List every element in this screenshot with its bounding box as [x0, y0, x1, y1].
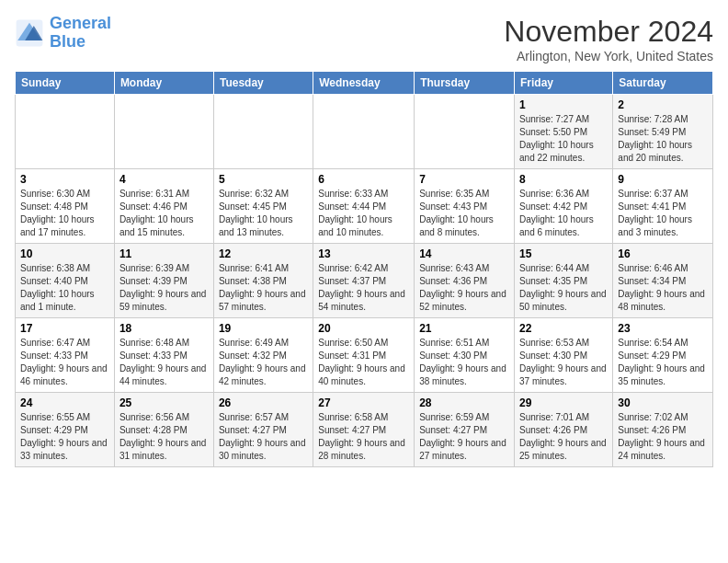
calendar-cell: 11Sunrise: 6:39 AM Sunset: 4:39 PM Dayli… — [114, 244, 213, 318]
day-number: 12 — [219, 247, 308, 260]
day-info: Sunrise: 6:30 AM Sunset: 4:48 PM Dayligh… — [20, 188, 109, 239]
calendar-table: SundayMondayTuesdayWednesdayThursdayFrid… — [15, 71, 713, 467]
day-info: Sunrise: 6:58 AM Sunset: 4:27 PM Dayligh… — [318, 411, 409, 463]
calendar-cell — [16, 95, 115, 169]
logo-icon — [15, 18, 44, 48]
day-info: Sunrise: 6:39 AM Sunset: 4:39 PM Dayligh… — [119, 262, 209, 314]
calendar-cell — [415, 95, 515, 169]
header-cell: Saturday — [613, 72, 713, 95]
day-info: Sunrise: 6:57 AM Sunset: 4:27 PM Dayligh… — [219, 411, 308, 463]
day-number: 26 — [219, 396, 308, 409]
day-number: 3 — [20, 173, 109, 186]
calendar-cell — [313, 95, 415, 169]
calendar-cell: 27Sunrise: 6:58 AM Sunset: 4:27 PM Dayli… — [313, 393, 415, 467]
calendar-cell: 20Sunrise: 6:50 AM Sunset: 4:31 PM Dayli… — [313, 318, 415, 393]
day-info: Sunrise: 6:54 AM Sunset: 4:29 PM Dayligh… — [618, 337, 708, 388]
day-number: 6 — [318, 173, 409, 186]
day-number: 21 — [419, 322, 509, 335]
header-cell: Monday — [114, 72, 213, 95]
day-info: Sunrise: 6:53 AM Sunset: 4:30 PM Dayligh… — [519, 337, 608, 388]
calendar-cell — [114, 95, 213, 169]
day-number: 17 — [20, 322, 109, 335]
calendar-cell: 29Sunrise: 7:01 AM Sunset: 4:26 PM Dayli… — [515, 393, 613, 467]
day-info: Sunrise: 6:49 AM Sunset: 4:32 PM Dayligh… — [219, 337, 308, 388]
day-number: 27 — [318, 396, 409, 409]
day-number: 29 — [519, 396, 608, 409]
calendar-cell: 12Sunrise: 6:41 AM Sunset: 4:38 PM Dayli… — [213, 244, 313, 318]
day-number: 24 — [20, 396, 109, 409]
day-info: Sunrise: 6:36 AM Sunset: 4:42 PM Dayligh… — [519, 188, 608, 239]
day-number: 2 — [618, 98, 708, 111]
day-info: Sunrise: 7:27 AM Sunset: 5:50 PM Dayligh… — [519, 113, 608, 165]
day-number: 9 — [618, 173, 708, 186]
calendar-body: 1Sunrise: 7:27 AM Sunset: 5:50 PM Daylig… — [16, 95, 713, 467]
day-info: Sunrise: 6:50 AM Sunset: 4:31 PM Dayligh… — [318, 337, 409, 388]
day-number: 23 — [618, 322, 708, 335]
calendar-cell: 14Sunrise: 6:43 AM Sunset: 4:36 PM Dayli… — [415, 244, 515, 318]
calendar-cell: 21Sunrise: 6:51 AM Sunset: 4:30 PM Dayli… — [415, 318, 515, 393]
calendar-cell: 16Sunrise: 6:46 AM Sunset: 4:34 PM Dayli… — [613, 244, 713, 318]
header-cell: Sunday — [16, 72, 115, 95]
calendar-cell: 17Sunrise: 6:47 AM Sunset: 4:33 PM Dayli… — [16, 318, 115, 393]
header-cell: Wednesday — [313, 72, 415, 95]
day-number: 10 — [20, 247, 109, 260]
calendar-header: SundayMondayTuesdayWednesdayThursdayFrid… — [16, 72, 713, 95]
day-info: Sunrise: 6:33 AM Sunset: 4:44 PM Dayligh… — [318, 188, 409, 239]
logo-text: General Blue — [50, 15, 111, 52]
calendar-cell: 6Sunrise: 6:33 AM Sunset: 4:44 PM Daylig… — [313, 169, 415, 244]
calendar-cell: 25Sunrise: 6:56 AM Sunset: 4:28 PM Dayli… — [114, 393, 213, 467]
day-info: Sunrise: 6:46 AM Sunset: 4:34 PM Dayligh… — [618, 262, 708, 314]
day-info: Sunrise: 6:41 AM Sunset: 4:38 PM Dayligh… — [219, 262, 308, 314]
calendar-cell — [213, 95, 313, 169]
calendar-cell: 19Sunrise: 6:49 AM Sunset: 4:32 PM Dayli… — [213, 318, 313, 393]
calendar-cell: 8Sunrise: 6:36 AM Sunset: 4:42 PM Daylig… — [515, 169, 613, 244]
header-cell: Thursday — [415, 72, 515, 95]
header-cell: Friday — [515, 72, 613, 95]
calendar-cell: 5Sunrise: 6:32 AM Sunset: 4:45 PM Daylig… — [213, 169, 313, 244]
day-number: 19 — [219, 322, 308, 335]
day-number: 8 — [519, 173, 608, 186]
calendar-cell: 7Sunrise: 6:35 AM Sunset: 4:43 PM Daylig… — [415, 169, 515, 244]
calendar-cell: 4Sunrise: 6:31 AM Sunset: 4:46 PM Daylig… — [114, 169, 213, 244]
calendar-cell: 26Sunrise: 6:57 AM Sunset: 4:27 PM Dayli… — [213, 393, 313, 467]
calendar-cell: 15Sunrise: 6:44 AM Sunset: 4:35 PM Dayli… — [515, 244, 613, 318]
calendar-cell: 30Sunrise: 7:02 AM Sunset: 4:26 PM Dayli… — [613, 393, 713, 467]
calendar-week-row: 3Sunrise: 6:30 AM Sunset: 4:48 PM Daylig… — [16, 169, 713, 244]
day-info: Sunrise: 6:55 AM Sunset: 4:29 PM Dayligh… — [20, 411, 109, 463]
day-info: Sunrise: 6:51 AM Sunset: 4:30 PM Dayligh… — [419, 337, 509, 388]
calendar-week-row: 1Sunrise: 7:27 AM Sunset: 5:50 PM Daylig… — [16, 95, 713, 169]
calendar-week-row: 17Sunrise: 6:47 AM Sunset: 4:33 PM Dayli… — [16, 318, 713, 393]
day-number: 22 — [519, 322, 608, 335]
day-number: 18 — [119, 322, 209, 335]
calendar-cell: 10Sunrise: 6:38 AM Sunset: 4:40 PM Dayli… — [16, 244, 115, 318]
day-info: Sunrise: 6:31 AM Sunset: 4:46 PM Dayligh… — [119, 188, 209, 239]
day-number: 1 — [519, 98, 608, 111]
day-number: 15 — [519, 247, 608, 260]
calendar-cell: 13Sunrise: 6:42 AM Sunset: 4:37 PM Dayli… — [313, 244, 415, 318]
day-info: Sunrise: 6:47 AM Sunset: 4:33 PM Dayligh… — [20, 337, 109, 388]
day-info: Sunrise: 6:59 AM Sunset: 4:27 PM Dayligh… — [419, 411, 509, 463]
day-info: Sunrise: 7:02 AM Sunset: 4:26 PM Dayligh… — [618, 411, 708, 463]
calendar-cell: 28Sunrise: 6:59 AM Sunset: 4:27 PM Dayli… — [415, 393, 515, 467]
day-info: Sunrise: 6:56 AM Sunset: 4:28 PM Dayligh… — [119, 411, 209, 463]
calendar-cell: 3Sunrise: 6:30 AM Sunset: 4:48 PM Daylig… — [16, 169, 115, 244]
day-number: 25 — [119, 396, 209, 409]
calendar-cell: 18Sunrise: 6:48 AM Sunset: 4:33 PM Dayli… — [114, 318, 213, 393]
header-cell: Tuesday — [213, 72, 313, 95]
calendar-cell: 9Sunrise: 6:37 AM Sunset: 4:41 PM Daylig… — [613, 169, 713, 244]
calendar-cell: 24Sunrise: 6:55 AM Sunset: 4:29 PM Dayli… — [16, 393, 115, 467]
day-info: Sunrise: 6:37 AM Sunset: 4:41 PM Dayligh… — [618, 188, 708, 239]
day-info: Sunrise: 6:44 AM Sunset: 4:35 PM Dayligh… — [519, 262, 608, 314]
logo: General Blue — [15, 15, 111, 52]
calendar-cell: 1Sunrise: 7:27 AM Sunset: 5:50 PM Daylig… — [515, 95, 613, 169]
day-number: 30 — [618, 396, 708, 409]
calendar-week-row: 24Sunrise: 6:55 AM Sunset: 4:29 PM Dayli… — [16, 393, 713, 467]
day-number: 13 — [318, 247, 409, 260]
title-block: November 2024 Arlington, New York, Unite… — [504, 15, 713, 63]
day-number: 4 — [119, 173, 209, 186]
day-number: 11 — [119, 247, 209, 260]
calendar-cell: 22Sunrise: 6:53 AM Sunset: 4:30 PM Dayli… — [515, 318, 613, 393]
day-number: 14 — [419, 247, 509, 260]
day-info: Sunrise: 7:01 AM Sunset: 4:26 PM Dayligh… — [519, 411, 608, 463]
day-info: Sunrise: 6:48 AM Sunset: 4:33 PM Dayligh… — [119, 337, 209, 388]
